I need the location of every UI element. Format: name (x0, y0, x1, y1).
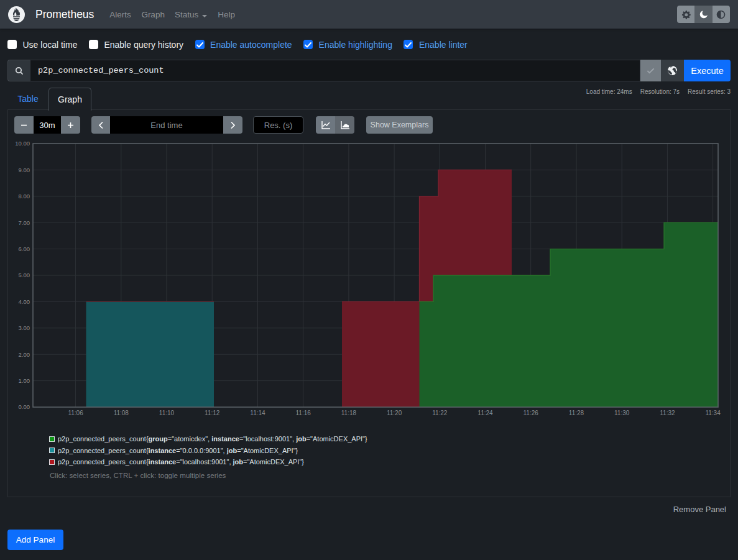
svg-text:11:12: 11:12 (205, 410, 220, 416)
svg-text:11:26: 11:26 (524, 410, 539, 416)
svg-text:7.00: 7.00 (19, 219, 30, 226)
svg-text:4.00: 4.00 (19, 298, 30, 305)
svg-text:11:14: 11:14 (250, 410, 265, 416)
svg-text:11:16: 11:16 (296, 410, 311, 416)
svg-text:11:22: 11:22 (432, 410, 448, 416)
svg-text:0.00: 0.00 (19, 403, 30, 410)
svg-text:11:08: 11:08 (114, 410, 129, 416)
svg-text:5.00: 5.00 (19, 272, 30, 278)
svg-text:9.00: 9.00 (19, 167, 30, 173)
svg-text:11:20: 11:20 (387, 410, 402, 416)
svg-text:11:32: 11:32 (660, 410, 675, 416)
svg-text:11:06: 11:06 (68, 410, 83, 416)
svg-text:3.00: 3.00 (19, 324, 30, 331)
svg-text:10.00: 10.00 (15, 140, 30, 147)
svg-text:1.00: 1.00 (19, 377, 30, 384)
svg-text:8.00: 8.00 (19, 193, 30, 200)
svg-text:6.00: 6.00 (19, 246, 30, 252)
svg-text:11:24: 11:24 (477, 410, 493, 416)
svg-text:11:28: 11:28 (569, 410, 584, 416)
svg-text:11:30: 11:30 (614, 410, 630, 416)
svg-text:2.00: 2.00 (19, 351, 30, 358)
svg-text:11:34: 11:34 (705, 410, 721, 416)
svg-text:11:10: 11:10 (159, 410, 175, 416)
svg-text:11:18: 11:18 (341, 410, 357, 416)
